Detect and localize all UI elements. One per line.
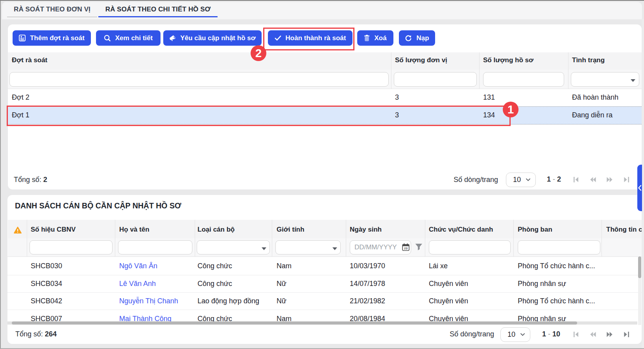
- svg-text:23: 23: [404, 247, 408, 250]
